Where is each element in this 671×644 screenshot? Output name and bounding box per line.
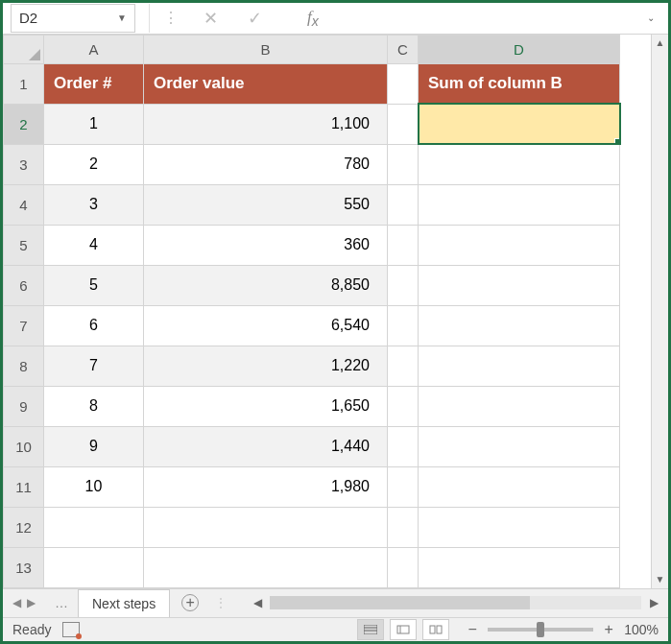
row-header-13[interactable]: 13 xyxy=(4,547,44,587)
cell-C10[interactable] xyxy=(388,426,419,466)
row-header-9[interactable]: 9 xyxy=(4,386,44,426)
cell-D3[interactable] xyxy=(419,144,620,184)
row-header-12[interactable]: 12 xyxy=(4,507,44,547)
cell-A8[interactable]: 7 xyxy=(44,346,144,386)
scroll-track[interactable] xyxy=(652,52,668,571)
hscroll-left-icon[interactable]: ◀ xyxy=(249,596,266,609)
row-header-4[interactable]: 4 xyxy=(4,184,44,225)
cell-D4[interactable] xyxy=(419,184,620,225)
cell-D12[interactable] xyxy=(419,507,620,547)
row-header-7[interactable]: 7 xyxy=(4,305,44,346)
name-box-dropdown-icon[interactable]: ▼ xyxy=(117,12,127,23)
row-header-2[interactable]: 2 xyxy=(4,104,44,144)
cell-A7[interactable]: 6 xyxy=(44,305,144,346)
cell-D10[interactable] xyxy=(419,426,620,466)
row-header-8[interactable]: 8 xyxy=(4,346,44,386)
expand-formula-bar-icon[interactable]: ⌄ xyxy=(641,12,660,23)
cell-B5[interactable]: 360 xyxy=(144,225,388,265)
cell-C8[interactable] xyxy=(388,346,419,386)
cell-C2[interactable] xyxy=(388,104,419,144)
cell-B6[interactable]: 8,850 xyxy=(144,265,388,305)
row-header-5[interactable]: 5 xyxy=(4,225,44,265)
row-header-1[interactable]: 1 xyxy=(4,63,44,104)
zoom-slider-thumb[interactable] xyxy=(537,622,544,637)
cell-B11[interactable]: 1,980 xyxy=(144,466,388,507)
cell-D6[interactable] xyxy=(419,265,620,305)
cell-B13[interactable] xyxy=(144,547,388,587)
row-header-6[interactable]: 6 xyxy=(4,265,44,305)
hscroll-right-icon[interactable]: ▶ xyxy=(645,596,662,609)
cell-D8[interactable] xyxy=(419,346,620,386)
cell-C1[interactable] xyxy=(388,63,419,104)
cell-C9[interactable] xyxy=(388,386,419,426)
cell-C3[interactable] xyxy=(388,144,419,184)
tab-next-icon[interactable]: ▶ xyxy=(27,596,36,609)
fx-icon[interactable]: fx xyxy=(307,8,319,29)
row-header-11[interactable]: 11 xyxy=(4,466,44,507)
cell-C4[interactable] xyxy=(388,184,419,225)
scroll-up-icon[interactable]: ▲ xyxy=(652,35,668,52)
cell-B4[interactable]: 550 xyxy=(144,184,388,225)
cell-A3[interactable]: 2 xyxy=(44,144,144,184)
horizontal-scrollbar[interactable]: ◀ ▶ xyxy=(243,596,668,609)
sheet-tab[interactable]: Next steps xyxy=(78,589,170,617)
cell-C13[interactable] xyxy=(388,547,419,587)
scroll-down-icon[interactable]: ▼ xyxy=(652,571,668,588)
cell-C6[interactable] xyxy=(388,265,419,305)
page-break-view-button[interactable] xyxy=(422,619,449,640)
cell-D7[interactable] xyxy=(419,305,620,346)
zoom-out-button[interactable]: − xyxy=(465,621,480,638)
cell-A9[interactable]: 8 xyxy=(44,386,144,426)
cell-D1[interactable]: Sum of column B xyxy=(419,63,620,104)
cell-B3[interactable]: 780 xyxy=(144,144,388,184)
cell-B7[interactable]: 6,540 xyxy=(144,305,388,346)
cell-B1[interactable]: Order value xyxy=(144,63,388,104)
column-header-B[interactable]: B xyxy=(144,35,388,63)
cell-A5[interactable]: 4 xyxy=(44,225,144,265)
zoom-level[interactable]: 100% xyxy=(624,622,659,637)
cell-B9[interactable]: 1,650 xyxy=(144,386,388,426)
macro-record-icon[interactable] xyxy=(62,622,80,637)
tab-more-icon[interactable]: … xyxy=(45,595,78,610)
cell-A4[interactable]: 3 xyxy=(44,184,144,225)
cell-C5[interactable] xyxy=(388,225,419,265)
column-header-D[interactable]: D xyxy=(419,35,620,63)
row-header-10[interactable]: 10 xyxy=(4,426,44,466)
worksheet-grid[interactable]: ABCD1Order #Order valueSum of column B21… xyxy=(3,35,651,588)
column-header-A[interactable]: A xyxy=(44,35,144,63)
cell-B10[interactable]: 1,440 xyxy=(144,426,388,466)
zoom-slider[interactable] xyxy=(488,628,593,632)
formula-input[interactable] xyxy=(328,4,641,33)
cell-D5[interactable] xyxy=(419,225,620,265)
hscroll-thumb[interactable] xyxy=(270,596,530,609)
cell-D9[interactable] xyxy=(419,386,620,426)
cancel-icon[interactable]: ✕ xyxy=(200,8,221,29)
enter-icon[interactable]: ✓ xyxy=(244,8,265,29)
row-header-3[interactable]: 3 xyxy=(4,144,44,184)
zoom-in-button[interactable]: + xyxy=(601,621,616,638)
vertical-scrollbar[interactable]: ▲ ▼ xyxy=(651,35,668,588)
cell-B12[interactable] xyxy=(144,507,388,547)
cell-C7[interactable] xyxy=(388,305,419,346)
cell-A11[interactable]: 10 xyxy=(44,466,144,507)
cell-D2[interactable] xyxy=(419,104,620,144)
select-all-button[interactable] xyxy=(4,35,44,63)
tab-prev-icon[interactable]: ◀ xyxy=(12,596,21,609)
cell-D13[interactable] xyxy=(419,547,620,587)
cell-B2[interactable]: 1,100 xyxy=(144,104,388,144)
new-sheet-button[interactable]: + xyxy=(181,594,199,611)
cell-A10[interactable]: 9 xyxy=(44,426,144,466)
cell-C11[interactable] xyxy=(388,466,419,507)
page-layout-view-button[interactable] xyxy=(390,619,417,640)
cell-A13[interactable] xyxy=(44,547,144,587)
cell-D11[interactable] xyxy=(419,466,620,507)
cell-B8[interactable]: 1,220 xyxy=(144,346,388,386)
cell-A12[interactable] xyxy=(44,507,144,547)
hscroll-track[interactable] xyxy=(270,596,641,609)
name-box[interactable]: D2 ▼ xyxy=(11,4,135,33)
cell-A1[interactable]: Order # xyxy=(44,63,144,104)
normal-view-button[interactable] xyxy=(357,619,384,640)
cell-A6[interactable]: 5 xyxy=(44,265,144,305)
cell-C12[interactable] xyxy=(388,507,419,547)
cell-A2[interactable]: 1 xyxy=(44,104,144,144)
